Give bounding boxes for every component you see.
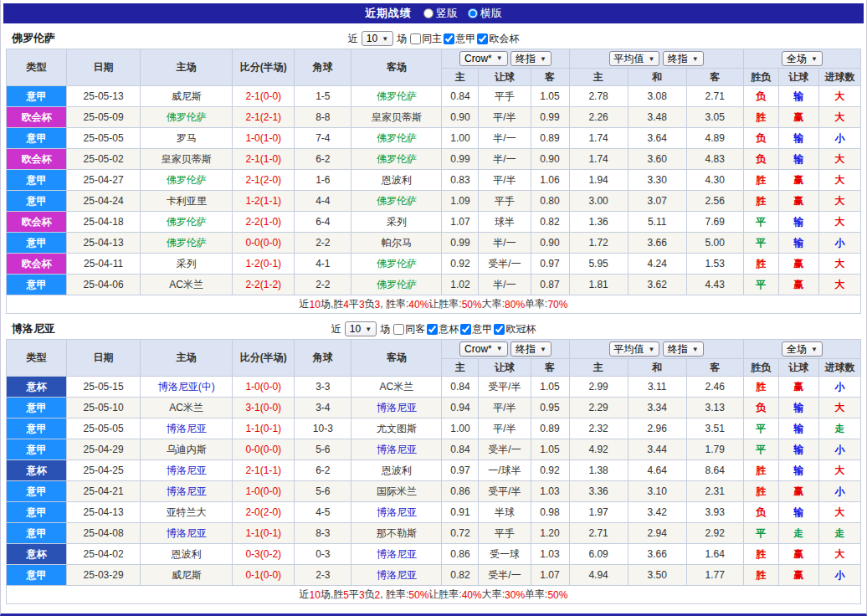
- asia-odds-away: 1.03: [531, 481, 569, 502]
- home-team-link[interactable]: AC米兰: [141, 398, 233, 418]
- home-team-link[interactable]: 佛罗伦萨: [141, 233, 233, 254]
- away-team-link[interactable]: 博洛尼亚: [351, 439, 442, 460]
- layout-radio-input[interactable]: [468, 8, 478, 18]
- away-team-link[interactable]: 恩波利: [351, 460, 442, 481]
- away-team-link[interactable]: 博洛尼亚: [351, 565, 442, 586]
- asia-odds-handicap: 平手: [479, 191, 531, 212]
- match-date: 25-05-09: [67, 107, 141, 128]
- corner-count: 0-3: [295, 544, 351, 565]
- away-team-link[interactable]: 博洛尼亚: [351, 544, 442, 565]
- euro-time-select[interactable]: 终指▼: [663, 341, 704, 357]
- asia-time-select[interactable]: 终指▼: [510, 51, 551, 66]
- away-team-link[interactable]: 尤文图斯: [351, 418, 442, 439]
- away-team-link[interactable]: 佛罗伦萨: [351, 149, 442, 170]
- corner-count: 6-2: [295, 149, 351, 170]
- euro-source-select[interactable]: 平均值▼: [609, 51, 660, 66]
- euro-odds-home: 3.00: [569, 191, 628, 212]
- league-type-cell: 意甲: [7, 418, 67, 439]
- checkbox-input[interactable]: [427, 324, 438, 335]
- asia-source-select[interactable]: Crow*▼: [459, 51, 508, 66]
- away-team-link[interactable]: AC米兰: [351, 377, 442, 398]
- home-team-link[interactable]: 佛罗伦萨: [141, 107, 233, 128]
- away-team-link[interactable]: 博洛尼亚: [351, 398, 442, 418]
- match-score: 0-0(0-0): [233, 439, 295, 460]
- euro-odds-draw: 3.64: [628, 128, 686, 149]
- away-team-link[interactable]: 恩波利: [351, 170, 442, 191]
- matches-table: 类型 日期 主场 比分(半场) 角球 客场 Crow*▼ 终指▼ 平均值▼ 终指…: [6, 339, 861, 586]
- away-team-link[interactable]: 佛罗伦萨: [351, 275, 442, 295]
- euro-odds-home: 2.78: [569, 86, 628, 107]
- match-count-select[interactable]: 10▼: [362, 31, 393, 46]
- filter-checkbox[interactable]: 同客: [393, 322, 425, 336]
- away-team-link[interactable]: 佛罗伦萨: [351, 86, 442, 107]
- home-team-link[interactable]: 乌迪内斯: [141, 439, 233, 460]
- home-team-link[interactable]: AC米兰: [141, 275, 233, 295]
- away-team-link[interactable]: 佛罗伦萨: [351, 128, 442, 149]
- home-team-link[interactable]: 威尼斯: [141, 86, 233, 107]
- match-date: 25-04-18: [67, 212, 141, 233]
- filter-checkbox[interactable]: 意甲: [460, 322, 492, 336]
- checkbox-input[interactable]: [477, 33, 488, 44]
- asia-odds-home: 0.90: [442, 107, 479, 128]
- away-team-link[interactable]: 采列: [351, 212, 442, 233]
- league-type-cell: 意甲: [7, 439, 67, 460]
- home-team-link[interactable]: 佛罗伦萨: [141, 212, 233, 233]
- chevron-down-icon: ▼: [540, 346, 546, 353]
- home-team-link[interactable]: 博洛尼亚(中): [141, 377, 233, 398]
- filter-near-label: 近: [348, 32, 358, 46]
- away-team-link[interactable]: 博洛尼亚: [351, 502, 442, 523]
- home-team-link[interactable]: 罗马: [141, 128, 233, 149]
- checkbox-input[interactable]: [410, 33, 421, 44]
- filter-checkbox[interactable]: 同主: [410, 32, 442, 46]
- match-count-select[interactable]: 10▼: [345, 321, 377, 336]
- checkbox-input[interactable]: [460, 324, 471, 335]
- select-value: Crow*: [464, 53, 492, 64]
- result-outcome: 负: [743, 398, 778, 418]
- home-team-link[interactable]: 博洛尼亚: [141, 460, 233, 481]
- home-team-link[interactable]: 博洛尼亚: [141, 481, 233, 502]
- col-header-asia-home: 主: [442, 359, 479, 377]
- home-team-link[interactable]: 采列: [141, 254, 233, 275]
- asia-odds-handicap: 平/半: [479, 170, 531, 191]
- filter-checkbox[interactable]: 欧冠杯: [494, 322, 536, 336]
- corner-count: 10-3: [295, 418, 351, 439]
- result-handicap: 输: [778, 233, 818, 254]
- filter-checkbox[interactable]: 意杯: [427, 322, 459, 336]
- asia-odds-handicap: 半/一: [479, 149, 531, 170]
- home-team-link[interactable]: 佛罗伦萨: [141, 170, 233, 191]
- away-team-link[interactable]: 帕尔马: [351, 233, 442, 254]
- match-score: 1-0(1-0): [233, 128, 295, 149]
- away-team-link[interactable]: 国际米兰: [351, 481, 442, 502]
- home-team-link[interactable]: 卡利亚里: [141, 191, 233, 212]
- result-goals: 大: [818, 544, 860, 565]
- scope-select[interactable]: 全场▼: [782, 51, 823, 66]
- home-team-link[interactable]: 博洛尼亚: [141, 418, 233, 439]
- asia-source-select[interactable]: Crow*▼: [459, 341, 508, 357]
- layout-radio-option[interactable]: 横版: [468, 6, 502, 21]
- euro-time-select[interactable]: 终指▼: [663, 51, 704, 66]
- chevron-down-icon: ▼: [649, 346, 655, 353]
- euro-source-select[interactable]: 平均值▼: [609, 341, 660, 357]
- filter-checkbox[interactable]: 意甲: [444, 32, 475, 46]
- checkbox-input[interactable]: [444, 33, 454, 44]
- checkbox-input[interactable]: [393, 324, 404, 335]
- euro-odds-away: 1.77: [686, 565, 743, 586]
- layout-radio-input[interactable]: [423, 8, 434, 18]
- away-team-link[interactable]: 那不勒斯: [351, 523, 442, 544]
- team-name: 博洛尼亚: [12, 321, 55, 336]
- scope-select[interactable]: 全场▼: [782, 341, 823, 357]
- match-score: 1-1(0-1): [233, 418, 295, 439]
- home-team-link[interactable]: 博洛尼亚: [141, 523, 233, 544]
- layout-radio-option[interactable]: 竖版: [423, 6, 458, 21]
- result-handicap: 赢: [778, 254, 818, 275]
- away-team-link[interactable]: 佛罗伦萨: [351, 254, 442, 275]
- home-team-link[interactable]: 亚特兰大: [141, 502, 233, 523]
- home-team-link[interactable]: 皇家贝蒂斯: [141, 149, 233, 170]
- away-team-link[interactable]: 佛罗伦萨: [351, 191, 442, 212]
- asia-time-select[interactable]: 终指▼: [510, 341, 551, 357]
- home-team-link[interactable]: 恩波利: [141, 544, 233, 565]
- filter-checkbox[interactable]: 欧会杯: [477, 32, 519, 46]
- home-team-link[interactable]: 威尼斯: [141, 565, 233, 586]
- away-team-link[interactable]: 皇家贝蒂斯: [351, 107, 442, 128]
- checkbox-input[interactable]: [494, 324, 505, 335]
